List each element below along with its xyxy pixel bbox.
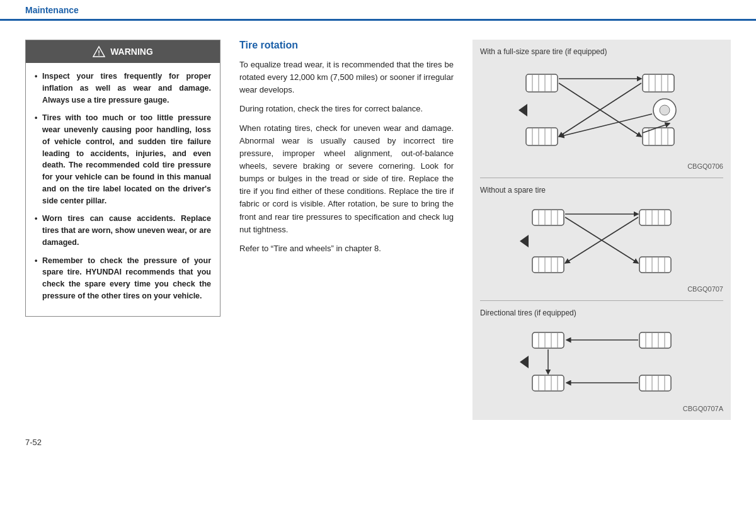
svg-rect-54 [532, 332, 564, 348]
para-3: When rotating tires, check for uneven we… [239, 122, 454, 236]
section-title: Tire rotation [239, 40, 454, 51]
warning-list: Inspect your tires frequently for proper… [35, 71, 211, 302]
svg-rect-30 [532, 210, 564, 225]
svg-rect-45 [639, 257, 671, 273]
diagram-full-size-img [480, 60, 723, 161]
diagram-without-spare-label: Without a spare tire [480, 186, 723, 195]
svg-line-28 [559, 114, 652, 137]
page-header: Maintenance [0, 0, 756, 21]
svg-rect-35 [639, 210, 671, 225]
divider-2 [480, 300, 723, 301]
svg-rect-12 [526, 128, 558, 145]
warning-icon: ! [93, 45, 105, 58]
svg-rect-7 [643, 74, 674, 92]
para-4: Refer to “Tire and wheels” in chapter 8. [239, 242, 454, 255]
diagram-directional-caption: CBGQ0707A [480, 405, 723, 412]
diagram-directional: Directional tires (if equipped) [480, 308, 723, 412]
svg-marker-78 [520, 356, 529, 368]
left-column: ! WARNING Inspect your tires frequently … [25, 40, 220, 420]
para-1: To equalize tread wear, it is recommende… [239, 59, 454, 96]
warning-body: Inspect your tires frequently for proper… [26, 63, 220, 316]
svg-point-23 [660, 105, 670, 115]
svg-rect-17 [643, 128, 674, 145]
para-2: During rotation, check the tires for cor… [239, 103, 454, 115]
warning-item-4: Remember to check the pressure of your s… [35, 255, 211, 302]
warning-label: WARNING [110, 47, 153, 57]
warning-box: ! WARNING Inspect your tires frequently … [25, 40, 220, 317]
diagram-without-spare-img [480, 198, 723, 284]
svg-marker-53 [520, 235, 529, 247]
warning-item-1: Inspect your tires frequently for proper… [35, 71, 211, 106]
diagram-directional-img [480, 321, 723, 404]
svg-rect-69 [639, 375, 671, 391]
diagram-full-size-spare: With a full-size spare tire (if equipped… [480, 47, 723, 170]
diagram-full-size-label: With a full-size spare tire (if equipped… [480, 47, 723, 56]
svg-rect-2 [526, 74, 558, 92]
warning-item-3: Worn tires can cause accidents. Replace … [35, 213, 211, 248]
right-column: With a full-size spare tire (if equipped… [472, 40, 731, 420]
divider-1 [480, 178, 723, 178]
warning-header: ! WARNING [26, 40, 220, 63]
diagram-directional-label: Directional tires (if equipped) [480, 308, 723, 317]
header-title: Maintenance [25, 5, 731, 19]
middle-column: Tire rotation To equalize tread wear, it… [239, 40, 454, 420]
diagram-without-spare-caption: CBGQ0707 [480, 285, 723, 293]
warning-item-2: Tires with too much or too little pressu… [35, 112, 211, 207]
svg-marker-27 [518, 104, 527, 116]
svg-rect-59 [639, 332, 671, 348]
svg-rect-64 [532, 375, 564, 391]
page-footer: 7-52 [0, 433, 756, 452]
diagram-full-size-caption: CBGQ0706 [480, 162, 723, 170]
diagram-without-spare: Without a spare tire [480, 186, 723, 293]
main-content: ! WARNING Inspect your tires frequently … [0, 21, 756, 433]
svg-text:!: ! [98, 49, 100, 57]
svg-rect-40 [532, 257, 564, 273]
page-number: 7-52 [25, 438, 42, 447]
